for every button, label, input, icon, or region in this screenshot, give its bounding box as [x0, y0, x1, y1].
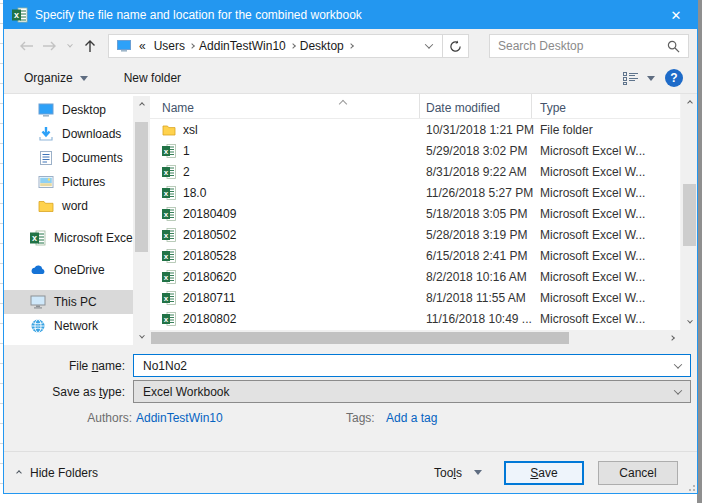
file-date-modified: 6/15/2018 2:41 PM — [420, 249, 532, 263]
network-icon — [30, 318, 46, 334]
up-button[interactable] — [78, 34, 102, 58]
file-date-modified: 11/26/2018 5:27 PM — [420, 186, 532, 200]
authors-value-link[interactable]: AddinTestWin10 — [136, 411, 223, 425]
breadcrumb-desktop[interactable]: Desktop — [296, 39, 348, 53]
address-bar: « Users AddinTestWin10 Desktop Search De… — [4, 29, 697, 63]
sidebar-item-pictures[interactable]: Pictures — [4, 170, 150, 194]
scroll-up-icon[interactable] — [681, 94, 697, 111]
table-row[interactable]: x xsl 10/31/2018 1:21 PM File folder — [150, 119, 680, 140]
refresh-button[interactable] — [443, 34, 469, 58]
breadcrumb[interactable]: « Users AddinTestWin10 Desktop — [108, 34, 443, 58]
table-row[interactable]: x 20180711 8/1/2018 11:55 AM Microsoft E… — [150, 287, 680, 308]
sidebar-item-this-pc[interactable]: This PC — [4, 290, 150, 314]
chevron-right-icon[interactable] — [190, 44, 194, 48]
table-row[interactable]: x 20180409 5/18/2018 3:05 PM Microsoft E… — [150, 203, 680, 224]
sidebar-scrollbar-thumb[interactable] — [135, 122, 148, 252]
address-dropdown-button[interactable] — [418, 35, 440, 57]
chevron-right-icon[interactable] — [291, 44, 295, 48]
svg-text:x: x — [164, 167, 169, 176]
table-row[interactable]: x 20180620 8/2/2018 10:16 AM Microsoft E… — [150, 266, 680, 287]
sidebar-item-microsoft-excel[interactable]: x Microsoft Excel — [4, 226, 150, 250]
file-name-label: File name: — [4, 359, 133, 373]
change-view-button[interactable] — [623, 71, 655, 85]
hide-folders-button[interactable]: Hide Folders — [17, 466, 98, 480]
save-as-type-select[interactable]: Excel Workbook — [133, 380, 691, 403]
file-list-scrollbar-thumb[interactable] — [683, 184, 696, 246]
tools-button[interactable]: Tools — [434, 466, 482, 480]
resize-grip[interactable] — [687, 483, 695, 491]
tags-label: Tags: — [346, 411, 375, 425]
sidebar-item-label: Documents — [62, 151, 123, 165]
save-button[interactable]: Save — [504, 461, 584, 485]
horizontal-scrollbar-thumb[interactable] — [151, 332, 569, 344]
file-type-icon: x — [162, 228, 176, 242]
file-name-cell: x 20180711 — [150, 291, 420, 305]
sidebar-scrollbar[interactable] — [133, 96, 150, 345]
file-type: Microsoft Excel W... — [532, 207, 680, 221]
new-folder-label: New folder — [124, 71, 181, 85]
file-type-icon: x — [162, 249, 176, 263]
onedrive-icon — [30, 262, 46, 278]
chevron-right-icon[interactable] — [349, 44, 353, 48]
file-name: 18.0 — [183, 186, 206, 200]
search-icon[interactable] — [667, 40, 680, 53]
table-row[interactable]: x 20180802 11/16/2018 10:49 ... Microsof… — [150, 308, 680, 329]
scroll-right-icon[interactable] — [670, 336, 674, 340]
title-bar[interactable]: x Specify the file name and location for… — [4, 1, 697, 29]
svg-text:x: x — [164, 188, 169, 197]
column-header-name[interactable]: Name — [150, 94, 420, 118]
chevron-down-icon[interactable] — [674, 386, 682, 394]
file-name: 20180528 — [183, 249, 236, 263]
column-header-type[interactable]: Type — [532, 94, 697, 118]
sidebar-item-onedrive[interactable]: OneDrive — [4, 258, 150, 282]
horizontal-scrollbar[interactable] — [150, 330, 680, 345]
breadcrumb-users[interactable]: Users — [150, 39, 189, 53]
search-input[interactable]: Search Desktop — [489, 34, 689, 58]
help-button[interactable]: ? — [665, 69, 683, 87]
organize-button[interactable]: Organize — [24, 71, 88, 85]
sidebar-item-word-folder[interactable]: word — [4, 194, 150, 218]
file-type-icon: x — [162, 186, 176, 200]
pictures-icon — [38, 174, 54, 190]
scroll-down-icon[interactable] — [681, 313, 697, 330]
sidebar-item-downloads[interactable]: Downloads — [4, 122, 150, 146]
file-type-icon: x — [162, 144, 176, 158]
scrollbar-corner — [680, 330, 697, 345]
search-placeholder: Search Desktop — [498, 39, 667, 53]
back-button[interactable] — [14, 34, 38, 58]
scroll-down-icon[interactable] — [133, 328, 150, 345]
file-type: Microsoft Excel W... — [532, 270, 680, 284]
forward-button[interactable] — [38, 34, 62, 58]
breadcrumb-user[interactable]: AddinTestWin10 — [195, 39, 290, 53]
file-name: 20180409 — [183, 207, 236, 221]
svg-text:x: x — [164, 272, 169, 281]
file-type: Microsoft Excel W... — [532, 144, 680, 158]
svg-text:x: x — [164, 314, 169, 323]
file-name-cell: x 20180528 — [150, 249, 420, 263]
sidebar-item-documents[interactable]: Documents — [4, 146, 150, 170]
file-list-scrollbar[interactable] — [680, 94, 697, 330]
column-header-date-modified[interactable]: Date modified — [420, 94, 532, 118]
sidebar-item-network[interactable]: Network — [4, 314, 150, 338]
recent-locations-button[interactable] — [62, 34, 78, 58]
table-row[interactable]: x 20180502 5/28/2018 3:19 PM Microsoft E… — [150, 224, 680, 245]
file-type: Microsoft Excel W... — [532, 228, 680, 242]
svg-text:x: x — [164, 146, 169, 155]
close-button[interactable]: ✕ — [655, 1, 697, 29]
table-row[interactable]: x 2 8/31/2018 9:22 AM Microsoft Excel W.… — [150, 161, 680, 182]
sidebar-item-desktop[interactable]: Desktop — [4, 98, 150, 122]
scroll-up-icon[interactable] — [133, 96, 150, 113]
table-row[interactable]: x 1 5/29/2018 3:02 PM Microsoft Excel W.… — [150, 140, 680, 161]
file-type: Microsoft Excel W... — [532, 291, 680, 305]
new-folder-button[interactable]: New folder — [124, 71, 181, 85]
table-row[interactable]: x 18.0 11/26/2018 5:27 PM Microsoft Exce… — [150, 182, 680, 203]
table-row[interactable]: x 20180528 6/15/2018 2:41 PM Microsoft E… — [150, 245, 680, 266]
add-a-tag-link[interactable]: Add a tag — [386, 411, 437, 425]
chevron-down-icon[interactable] — [674, 360, 682, 368]
excel-file-icon: x — [162, 249, 176, 263]
file-type: Microsoft Excel W... — [532, 312, 680, 326]
breadcrumb-overflow[interactable]: « — [135, 39, 150, 53]
chevron-down-icon — [67, 42, 73, 48]
cancel-button[interactable]: Cancel — [598, 461, 678, 485]
file-name-input[interactable]: No1No2 — [133, 354, 691, 377]
